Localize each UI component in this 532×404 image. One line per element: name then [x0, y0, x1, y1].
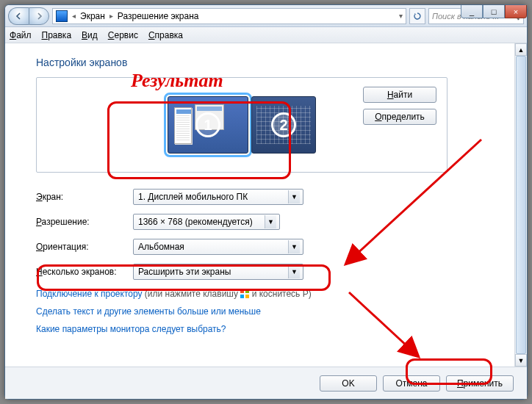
nav-forward-button[interactable] [29, 7, 49, 25]
refresh-button[interactable] [409, 8, 425, 24]
resolution-label: Разрешение: [36, 217, 133, 227]
detect-button[interactable]: Определить [363, 109, 436, 125]
scrollbar[interactable]: ▲ ▼ [514, 43, 527, 367]
menu-help[interactable]: Справка [148, 30, 183, 40]
windows-logo-icon [240, 289, 249, 298]
monitor-preview-area: 1 2 Найти Определить [36, 77, 447, 173]
content-area: Настройки экранов 1 2 Найти Определить [5, 43, 527, 367]
menubar: Файл Правка Вид Сервис Справка [5, 27, 527, 43]
titlebar: ◂ Экран ▸ Разрешение экрана ▾ Поиск в па… [5, 5, 527, 27]
breadcrumb-item[interactable]: Разрешение экрана [118, 11, 199, 21]
close-button[interactable]: × [505, 5, 527, 18]
menu-edit[interactable]: Правка [42, 30, 72, 40]
chevron-down-icon: ▼ [265, 215, 276, 228]
textsize-link[interactable]: Сделать текст и другие элементы больше и… [36, 306, 261, 317]
chevron-down-icon: ▼ [288, 265, 300, 278]
orientation-combo[interactable]: Альбомная ▼ [133, 239, 303, 255]
multiple-displays-label: Несколько экранов: [36, 267, 133, 277]
dropdown-icon[interactable]: ▾ [399, 12, 403, 20]
scroll-up-icon[interactable]: ▲ [515, 43, 527, 56]
monitor-1[interactable]: 1 [168, 96, 248, 154]
dialog-buttons: OK Отмена Применить [5, 367, 527, 399]
orientation-label: Ориентация: [36, 242, 133, 252]
display-combo[interactable]: 1. Дисплей мобильного ПК ▼ [133, 189, 303, 205]
which-monitor-link[interactable]: Какие параметры монитора следует выбрать… [36, 324, 226, 334]
scroll-down-icon[interactable]: ▼ [515, 354, 527, 367]
menu-view[interactable]: Вид [82, 30, 98, 40]
breadcrumb-item[interactable]: Экран [80, 11, 105, 21]
breadcrumb-chevron-icon: ◂ [72, 12, 76, 20]
monitor-number: 1 [195, 112, 220, 137]
multiple-displays-combo[interactable]: Расширить эти экраны ▼ [133, 264, 303, 280]
chevron-down-icon: ▼ [288, 240, 300, 253]
display-label: Экран: [36, 192, 133, 202]
monitor-2[interactable]: 2 [251, 96, 316, 154]
nav-back-button[interactable] [8, 7, 29, 25]
address-bar[interactable]: ◂ Экран ▸ Разрешение экрана ▾ [52, 8, 406, 24]
breadcrumb-chevron-icon: ▸ [109, 12, 113, 20]
ok-button[interactable]: OK [320, 375, 377, 392]
menu-tools[interactable]: Сервис [108, 30, 138, 40]
page-title: Настройки экранов [36, 57, 506, 68]
find-button[interactable]: Найти [363, 87, 436, 103]
links-area: Подключение к проектору (или нажмите кла… [36, 289, 506, 334]
menu-file[interactable]: Файл [10, 30, 32, 40]
monitor-number: 2 [271, 112, 296, 137]
maximize-button[interactable]: □ [483, 5, 505, 18]
resolution-combo[interactable]: 1366 × 768 (рекомендуется) ▼ [133, 214, 280, 230]
apply-button[interactable]: Применить [446, 375, 514, 392]
minimize-button[interactable]: _ [461, 5, 483, 18]
display-icon [56, 10, 68, 22]
scroll-thumb[interactable] [516, 56, 526, 354]
cancel-button[interactable]: Отмена [383, 375, 440, 392]
chevron-down-icon: ▼ [288, 190, 300, 203]
projector-link[interactable]: Подключение к проектору [36, 289, 143, 299]
display-settings-window: ◂ Экран ▸ Разрешение экрана ▾ Поиск в па… [4, 4, 528, 400]
scroll-track[interactable] [515, 56, 527, 354]
window-icon [174, 107, 192, 144]
